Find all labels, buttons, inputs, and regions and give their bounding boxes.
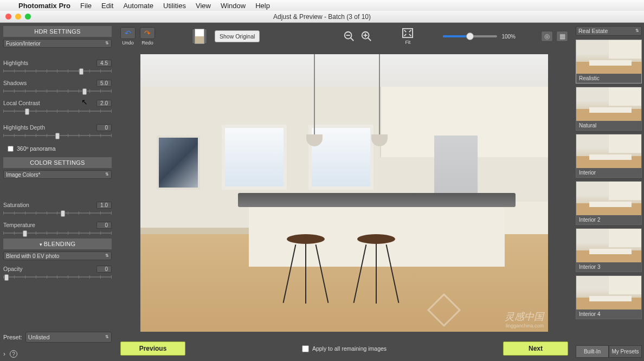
menu-window[interactable]: Window [221, 2, 246, 10]
menu-view[interactable]: View [196, 2, 211, 10]
preset-list[interactable]: RealisticNaturalInteriorInterior 2Interi… [576, 40, 642, 343]
preview-image[interactable]: 灵感中国 lingganchina.com [140, 54, 548, 332]
preset-label: Realistic [576, 74, 641, 83]
previous-button[interactable]: Previous [120, 341, 185, 356]
menu-help[interactable]: Help [255, 2, 270, 10]
exposure-icon [195, 29, 204, 44]
temperature-slider[interactable] [3, 230, 112, 236]
preset-label: Interior [576, 168, 641, 177]
preset-dropdown-value: Unlisted [28, 334, 50, 340]
apply-all-label: Apply to all remaining images [312, 345, 387, 352]
dropdown-arrows-icon: ⇅ [635, 29, 639, 33]
preset-label: Interior 3 [576, 262, 641, 272]
redo-button[interactable]: ↷ Redo [140, 27, 155, 46]
preset-thumbnail [576, 276, 641, 310]
redo-label: Redo [141, 40, 153, 46]
zoom-slider[interactable]: 100% [443, 34, 516, 40]
image-colors-value: Image Colors* [6, 172, 40, 178]
single-view-button[interactable]: ◎ [541, 31, 553, 42]
presets-panel: Real Estate ⇅ RealisticNaturalInteriorIn… [574, 23, 644, 361]
method-dropdown[interactable]: Fusion/Interior ⇅ [3, 39, 112, 48]
preview-area: 灵感中国 lingganchina.com [115, 50, 574, 336]
undo-button[interactable]: ↶ Undo [120, 27, 136, 46]
method-dropdown-value: Fusion/Interior [6, 41, 41, 47]
blend-with-dropdown[interactable]: Blend with 0 EV photo ⇅ [3, 252, 112, 260]
my-presets-tab[interactable]: My Presets [609, 345, 642, 358]
fit-icon [402, 28, 414, 38]
highlights-depth-label: Highlights Depth [3, 124, 45, 131]
blend-with-value: Blend with 0 EV photo [6, 253, 59, 259]
temperature-label: Temperature [3, 222, 35, 229]
fit-label: Fit [405, 40, 410, 45]
temperature-value[interactable]: 0 [96, 222, 112, 229]
window-titlebar: Adjust & Preview - Batch (3 of 10) [0, 11, 644, 23]
highlights-value[interactable]: 4.5 [96, 60, 112, 67]
settings-panel: HDR SETTINGS Fusion/Interior ⇅ Highlight… [0, 23, 115, 361]
preset-item[interactable]: Natural [576, 87, 642, 131]
panorama-checkbox-row[interactable]: 360º panorama [8, 145, 112, 152]
apply-all-checkbox[interactable] [302, 345, 309, 352]
expand-icon[interactable]: › [3, 350, 5, 358]
local-contrast-value[interactable]: 2.0 [96, 100, 112, 107]
show-original-button[interactable]: Show Original [215, 30, 260, 42]
preset-item[interactable]: Interior [576, 134, 642, 178]
bottom-bar: Previous Apply to all remaining images N… [115, 336, 574, 361]
shadows-value[interactable]: 5.0 [96, 80, 112, 87]
help-icon[interactable]: ? [10, 350, 17, 358]
zoom-percentage: 100% [501, 34, 516, 40]
opacity-label: Opacity [3, 266, 23, 273]
preset-thumbnail [576, 134, 641, 168]
panorama-label: 360º panorama [17, 145, 56, 152]
svg-line-4 [368, 38, 371, 41]
opacity-value[interactable]: 0 [96, 266, 112, 273]
redo-icon: ↷ [144, 29, 151, 37]
menu-automate[interactable]: Automate [123, 2, 153, 10]
highlights-depth-value[interactable]: 0 [96, 124, 112, 131]
window-title: Adjust & Preview - Batch (3 of 10) [0, 13, 644, 21]
preset-item[interactable]: Realistic [576, 40, 642, 83]
saturation-value[interactable]: 1.0 [96, 202, 112, 209]
saturation-label: Saturation [3, 202, 29, 209]
grid-view-button[interactable]: ▦ [556, 31, 568, 42]
dropdown-arrows-icon: ⇅ [105, 336, 109, 339]
zoom-out-icon[interactable] [343, 30, 355, 42]
preset-label: Interior 2 [576, 215, 641, 224]
fit-button[interactable]: Fit [402, 28, 414, 45]
apply-all-checkbox-row[interactable]: Apply to all remaining images [302, 345, 387, 352]
preset-label: Natural [576, 121, 641, 130]
preset-thumbnail [576, 229, 641, 262]
zoom-in-icon[interactable] [360, 30, 372, 42]
image-colors-dropdown[interactable]: Image Colors* ⇅ [3, 170, 112, 179]
preset-thumbnail [576, 182, 641, 215]
preset-category-dropdown[interactable]: Real Estate ⇅ [576, 26, 642, 36]
preset-item[interactable]: Interior 2 [576, 181, 642, 225]
blending-header[interactable]: BLENDING [3, 238, 112, 249]
saturation-slider[interactable] [3, 210, 112, 216]
preset-dropdown[interactable]: Unlisted ⇅ [25, 332, 112, 343]
preset-item[interactable]: Interior 4 [576, 275, 642, 319]
menu-file[interactable]: File [80, 2, 92, 10]
menu-edit[interactable]: Edit [101, 2, 113, 10]
shadows-slider[interactable] [3, 88, 112, 94]
highlights-depth-slider[interactable] [3, 132, 112, 139]
local-contrast-label: Local Contrast [3, 100, 40, 107]
opacity-slider[interactable] [3, 274, 112, 280]
local-contrast-slider[interactable] [3, 108, 112, 114]
svg-rect-7 [403, 29, 413, 37]
app-name[interactable]: Photomatix Pro [18, 2, 70, 10]
undo-label: Undo [122, 40, 134, 46]
menu-utilities[interactable]: Utilities [163, 2, 186, 10]
highlights-label: Highlights [3, 60, 28, 67]
next-button[interactable]: Next [503, 341, 568, 356]
shadows-label: Shadows [3, 80, 27, 87]
preset-thumbnail [576, 40, 641, 74]
color-settings-header: COLOR SETTINGS [3, 157, 112, 168]
highlights-slider[interactable] [3, 68, 112, 74]
panorama-checkbox[interactable] [8, 146, 14, 152]
preset-thumbnail [576, 87, 641, 121]
exposure-selector[interactable] [192, 29, 207, 44]
builtin-tab[interactable]: Built-In [576, 345, 609, 358]
preset-item[interactable]: Interior 3 [576, 228, 642, 272]
dropdown-arrows-icon: ⇅ [105, 254, 109, 257]
undo-icon: ↶ [125, 29, 131, 37]
